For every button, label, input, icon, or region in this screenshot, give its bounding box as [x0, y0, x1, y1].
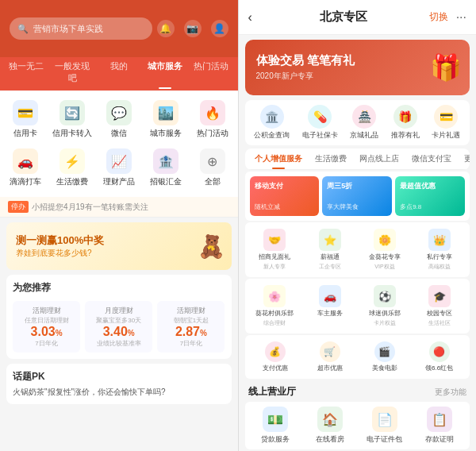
service-wechat[interactable]: 💬 微信 [97, 97, 140, 142]
brand-services: 🤝 招商见面礼 新人专享 ⭐ 薪福通 工企专区 🌼 金葵花专享 VIP权益 👑 … [245, 222, 470, 277]
club-kuihua[interactable]: 🌸 葵花村俱乐部 综合理财 [248, 282, 301, 330]
qs-gifts[interactable]: 🏯 京城礼品 [350, 105, 378, 141]
rec-card-2[interactable]: 月度理财 聚赢宝至多30天 3.40% 业绩比较基准率 [85, 301, 152, 353]
service-taxi[interactable]: 🚗 滴滴打车 [3, 145, 47, 191]
recommend-title: 为您推荐 [13, 281, 225, 295]
bs-welcome[interactable]: 🤝 招商见面礼 新人专享 [248, 226, 301, 274]
car-icon: 🚗 [319, 285, 341, 307]
sports-icon: ⚽ [374, 285, 396, 307]
promo-payment[interactable]: 移动支付 随机立减 [250, 176, 320, 216]
nav-tabs: 独一无二 一般发现吧 我的 城市服务 热门活动 [0, 57, 238, 91]
bs-private[interactable]: 👑 私行专享 高端权益 [413, 226, 466, 274]
banner-text: 测一测赢100%中奖 养娃到底要花多少钱? [16, 233, 104, 259]
more-icon: ⊕ [200, 148, 225, 174]
right-panel: ‹ 北京专区 切换 ··· 体验交易 笔笔有礼 2020年新户专享 🎁 🏛️ 公… [239, 0, 477, 451]
tab-personal[interactable]: 个人增值服务 [248, 148, 309, 169]
club-car[interactable]: 🚗 车主服务 [303, 282, 356, 330]
tab-more-services[interactable]: 更多服务 [458, 148, 470, 169]
service-grid: 💳 信用卡 🔄 信用卡转入 💬 微信 🏙️ 城市服务 🔥 热门活动 🚗 滴滴打车… [0, 91, 238, 197]
club-services: 🌸 葵花村俱乐部 综合理财 🚗 车主服务 ⚽ 球迷俱乐部 卡片权益 🎓 校园专区… [245, 279, 470, 333]
tab-utilities[interactable]: 生活缴费 [309, 148, 353, 169]
service-hot[interactable]: 🔥 热门活动 [190, 97, 234, 142]
ms-redpacket[interactable]: 🔴 领6.6红包 [412, 338, 466, 376]
topic-content: 火锅奶茶"报复性"涨价，你还会愉快下单吗? [13, 387, 225, 398]
kuihua-icon: 🌸 [263, 285, 286, 307]
club-campus[interactable]: 🎓 校园专区 生活社区 [413, 282, 466, 330]
tab-one[interactable]: 独一无二 [3, 57, 49, 87]
promo-discount[interactable]: 最超值优惠 多点9.8 [395, 176, 465, 216]
topic-section: 话题PK 火锅奶茶"报复性"涨价，你还会愉快下单吗? [6, 364, 232, 404]
promo-banner[interactable]: 测一测赢100%中奖 养娃到底要花多少钱? 🧸 [6, 222, 232, 270]
qs-shebao[interactable]: 💊 电子社保卡 [302, 105, 338, 141]
pay-icon: 💰 [265, 341, 286, 362]
ms-supermarket[interactable]: 🛒 超市优惠 [302, 338, 357, 376]
notice-bar: 停办 小招提您4月19有一笔转账需关注 [0, 197, 238, 218]
promo-food[interactable]: 周三5折 享大牌美食 [322, 176, 392, 216]
quick-services: 🏛️ 公积金查询 💊 电子社保卡 🏯 京城礼品 🎁 推荐有礼 💳 卡片礼遇 [245, 100, 470, 145]
more-button[interactable]: ··· [456, 10, 466, 25]
ms-movie[interactable]: 🎬 美食电影 [357, 338, 412, 376]
left-header: 🔍 营销市场下单实践 🔔 📷 👤 [0, 0, 238, 57]
back-button[interactable]: ‹ [248, 10, 252, 25]
club-sports[interactable]: ⚽ 球迷俱乐部 卡片权益 [358, 282, 411, 330]
svc-loan[interactable]: 💵 贷款服务 [248, 407, 303, 445]
bell-icon[interactable]: 🔔 [157, 20, 175, 37]
search-icon: 🔍 [17, 24, 29, 34]
scan-icon[interactable]: 📷 [184, 20, 202, 37]
service-more[interactable]: ⊕ 全部 [190, 145, 234, 191]
svc-house[interactable]: 🏠 在线看房 [302, 407, 357, 445]
private-icon: 👑 [428, 229, 451, 251]
tab-three[interactable]: 我的 [96, 57, 142, 87]
service-bank[interactable]: 🏦 招银汇金 [144, 145, 187, 191]
utilities-icon: ⚡ [60, 148, 85, 174]
person-icon[interactable]: 👤 [211, 20, 228, 37]
transfer-icon: 🔄 [60, 100, 85, 125]
service-transfer[interactable]: 🔄 信用卡转入 [50, 97, 94, 142]
rec-card-3[interactable]: 活期理财 朝朝宝1天起 2.87% 7日年化 [157, 301, 225, 353]
finance-icon: 📈 [106, 148, 132, 174]
right-header: ‹ 北京专区 切换 ··· [239, 0, 477, 35]
qs-recommend[interactable]: 🎁 推荐有礼 [391, 105, 420, 141]
rec-card-1[interactable]: 活期理财 任意日活期理财 3.03% 7日年化 [13, 301, 80, 353]
deposit-icon: 📋 [427, 407, 452, 432]
service-credit-card[interactable]: 💳 信用卡 [3, 97, 47, 142]
service-finance[interactable]: 📈 理财产品 [97, 145, 140, 191]
promo-decoration: 🎁 [430, 52, 462, 83]
switch-button[interactable]: 切换 [429, 10, 448, 24]
right-scroll-area: 体验交易 笔笔有礼 2020年新户专享 🎁 🏛️ 公积金查询 💊 电子社保卡 🏯… [239, 35, 477, 451]
supermarket-icon: 🛒 [320, 341, 340, 362]
bank-icon: 🏦 [153, 148, 178, 174]
recommend-cards: 活期理财 任意日活期理财 3.03% 7日年化 月度理财 聚赢宝至多30天 3.… [13, 301, 225, 353]
search-bar[interactable]: 🔍 营销市场下单实践 [10, 17, 152, 40]
service-utilities[interactable]: ⚡ 生活缴费 [50, 145, 94, 191]
ms-pay[interactable]: 💰 支付优惠 [248, 338, 303, 376]
welcome-icon: 🤝 [263, 229, 286, 251]
movie-icon: 🎬 [374, 341, 395, 362]
search-text: 营销市场下单实践 [33, 23, 103, 35]
tab-city-service[interactable]: 城市服务 [142, 57, 188, 87]
tabs-row: 个人增值服务 生活缴费 网点线上店 微信支付宝 更多服务 [245, 148, 470, 170]
qs-gongjijin[interactable]: 🏛️ 公积金查询 [254, 105, 290, 141]
promo-banner[interactable]: 体验交易 笔笔有礼 2020年新户专享 🎁 [245, 40, 470, 95]
tab-two[interactable]: 一般发现吧 [49, 57, 95, 87]
notice-tag: 停办 [8, 201, 29, 213]
bs-xinfu[interactable]: ⭐ 薪福通 工企专区 [303, 226, 356, 274]
svc-deposit[interactable]: 📋 存款证明 [412, 407, 466, 445]
city-icon: 🏙️ [153, 100, 178, 125]
promo-strip: 移动支付 随机立减 周三5折 享大牌美食 最超值优惠 多点9.8 [245, 172, 470, 221]
tab-wechat-pay[interactable]: 微信支付宝 [405, 148, 458, 169]
banner-illustration: 🧸 [198, 233, 225, 260]
tab-online-store[interactable]: 网点线上店 [353, 148, 405, 169]
service-city[interactable]: 🏙️ 城市服务 [144, 97, 187, 142]
qs-card[interactable]: 💳 卡片礼遇 [432, 105, 460, 141]
house-icon: 🏠 [317, 407, 343, 432]
docs-icon: 📄 [372, 407, 397, 432]
online-hall-header: 线上营业厅 更多功能 [239, 380, 477, 400]
tab-hot-activity[interactable]: 热门活动 [188, 57, 234, 87]
online-hall-more[interactable]: 更多功能 [435, 387, 466, 398]
banner-subtitle: 养娃到底要花多少钱? [16, 248, 104, 259]
topic-title: 话题PK [13, 370, 225, 384]
bs-gold[interactable]: 🌼 金葵花专享 VIP权益 [358, 226, 411, 274]
svc-docs[interactable]: 📄 电子证件包 [357, 407, 412, 445]
hot-icon: 🔥 [200, 100, 225, 125]
